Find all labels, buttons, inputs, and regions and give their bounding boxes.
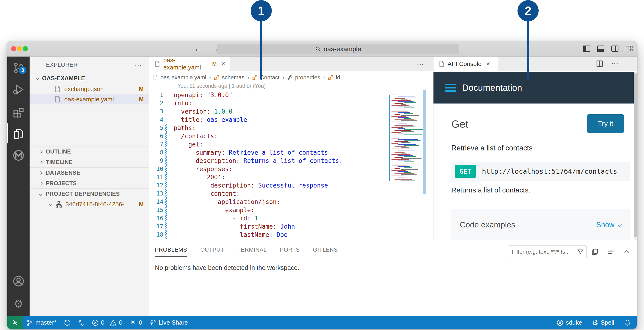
- breadcrumb[interactable]: oas-example.yaml›schemas›Contact›propert…: [152, 72, 340, 82]
- customize-layout-icon[interactable]: [625, 44, 633, 52]
- split-editor-icon[interactable]: [596, 60, 604, 67]
- view-as-list-icon[interactable]: [608, 248, 614, 255]
- close-window-button[interactable]: [11, 46, 16, 52]
- minimap-line: [398, 123, 407, 124]
- project-dependency-item[interactable]: 346d7416-8f46-4256-... M: [30, 199, 149, 210]
- minimap-line: [404, 162, 414, 162]
- panel-tab-ports[interactable]: PORTS: [280, 246, 300, 257]
- sidebar-section-project-dependencies[interactable]: PROJECT DEPENDENCIES: [30, 188, 149, 199]
- live-share-status[interactable]: Live Share: [149, 319, 188, 326]
- explorer-more-actions-icon[interactable]: ⋯: [135, 61, 142, 69]
- remote-indicator[interactable]: [7, 316, 22, 329]
- toggle-secondary-sidebar-icon[interactable]: [611, 44, 619, 52]
- minimap-line: [398, 177, 406, 178]
- code-line-16[interactable]: 16 - id: 1: [149, 214, 433, 222]
- minimize-window-button[interactable]: [17, 46, 22, 52]
- panel-scrollbar[interactable]: [634, 72, 637, 240]
- close-tab-icon[interactable]: ×: [486, 60, 490, 68]
- zoom-window-button[interactable]: [23, 46, 28, 52]
- file-item-oas-example.yaml[interactable]: oas-example.yamlM: [30, 94, 149, 104]
- code-line-15[interactable]: 15 example:: [149, 206, 433, 214]
- close-tab-icon[interactable]: ×: [222, 60, 225, 68]
- dependency-name: 346d7416-8f46-4256-...: [66, 201, 129, 208]
- breadcrumb-item[interactable]: id: [336, 74, 340, 81]
- minimap-line: [394, 179, 412, 180]
- line-number: 14: [149, 198, 163, 205]
- breadcrumb-item[interactable]: oas-example.yaml: [160, 74, 206, 81]
- gitlens-blame-annotation: You, 11 seconds ago | 1 author (You): [178, 83, 266, 89]
- code-line-14[interactable]: 14 application/json:: [149, 198, 433, 206]
- sidebar-section-outline[interactable]: OUTLINE: [30, 146, 149, 157]
- minimap-line: [398, 117, 408, 118]
- panel-tab-output[interactable]: OUTPUT: [200, 246, 224, 257]
- file-item-exchange.json[interactable]: exchange.jsonM: [30, 84, 149, 94]
- minimap-line: [400, 180, 415, 180]
- breadcrumb-item[interactable]: properties: [295, 74, 320, 81]
- command-center-search[interactable]: oas-example: [217, 44, 459, 54]
- source-control-icon[interactable]: [7, 57, 30, 78]
- line-number: 1: [149, 92, 163, 98]
- search-value: oas-example: [324, 45, 361, 53]
- overview-ruler-scrollbar[interactable]: [424, 90, 426, 194]
- toggle-primary-sidebar-icon[interactable]: [583, 44, 591, 52]
- code-line-17[interactable]: 17 firstName: John: [149, 222, 433, 230]
- gitlens-compare-icon[interactable]: [78, 319, 85, 326]
- breadcrumb-item[interactable]: Contact: [260, 74, 280, 81]
- sidebar-section-projects[interactable]: PROJECTS: [30, 178, 149, 188]
- git-modified-gutter: [165, 148, 167, 156]
- explorer-icon[interactable]: [7, 124, 30, 144]
- minimap-line: [400, 120, 417, 121]
- settings-gear-icon[interactable]: ⚙: [7, 293, 30, 314]
- code-text: lastName: Doe: [174, 231, 288, 238]
- panel-tab-terminal[interactable]: TERMINAL: [237, 246, 266, 257]
- minimap-line: [404, 129, 424, 130]
- spell-checker-status[interactable]: ⚙ Spell: [592, 319, 614, 326]
- tab-oas-example-yaml[interactable]: oas-example.yaml M ×: [149, 56, 231, 71]
- show-code-examples-link[interactable]: Show: [596, 221, 621, 229]
- notifications-bell-icon[interactable]: [624, 319, 631, 326]
- editor-more-actions-icon[interactable]: ⋯: [417, 60, 424, 68]
- accounts-icon[interactable]: [7, 270, 30, 292]
- run-debug-icon[interactable]: [7, 79, 30, 100]
- try-it-button[interactable]: Try it: [587, 114, 624, 133]
- toggle-panel-icon[interactable]: [597, 44, 605, 52]
- git-branch-status[interactable]: master*: [26, 319, 56, 326]
- more-actions-icon[interactable]: ⋯: [612, 60, 619, 68]
- chevron-right-icon: [39, 171, 43, 174]
- views-and-more-icon[interactable]: [592, 248, 598, 255]
- minimap-line: [392, 116, 406, 117]
- extensions-icon[interactable]: [7, 102, 30, 123]
- warning-count: 0: [119, 319, 122, 326]
- tab-api-console[interactable]: API Console ×: [434, 56, 498, 71]
- chevron-right-icon: [39, 160, 43, 164]
- git-modified-gutter: [165, 214, 167, 222]
- explorer-project-folder[interactable]: OAS-EXAMPLE: [30, 74, 149, 83]
- minimap[interactable]: [389, 91, 422, 194]
- maximize-panel-icon[interactable]: [623, 248, 630, 255]
- endpoint-description: Returns a list of contacts.: [451, 186, 530, 194]
- ports-status[interactable]: 0: [130, 319, 142, 326]
- minimap-line: [392, 159, 409, 160]
- minimap-line: [400, 136, 412, 137]
- breadcrumb-item[interactable]: schemas: [222, 74, 244, 81]
- account-status[interactable]: sduke: [556, 319, 582, 326]
- problems-status[interactable]: 0 0: [92, 319, 122, 326]
- gutter: [165, 107, 167, 116]
- problems-filter-box[interactable]: [508, 246, 587, 258]
- mulesoft-icon[interactable]: [7, 145, 30, 166]
- history-back-button[interactable]: ←: [194, 44, 202, 54]
- sidebar-section-datasense[interactable]: DATASENSE: [30, 167, 149, 178]
- filter-icon[interactable]: [577, 248, 584, 255]
- sidebar-section-timeline[interactable]: TIMELINE: [30, 157, 149, 167]
- code-text: /contacts:: [174, 132, 218, 140]
- minimap-line: [392, 111, 408, 112]
- problems-filter-input[interactable]: [512, 248, 577, 255]
- panel-tab-gitlens[interactable]: GITLENS: [313, 246, 338, 257]
- menu-icon[interactable]: [445, 84, 456, 92]
- panel-tab-problems[interactable]: PROBLEMS: [155, 246, 187, 257]
- git-modified-gutter: [165, 140, 167, 148]
- code-line-18[interactable]: 18 lastName: Doe: [149, 230, 433, 239]
- minimap-line: [404, 178, 409, 178]
- minimap-line: [398, 155, 413, 156]
- sync-changes-icon[interactable]: [64, 319, 71, 326]
